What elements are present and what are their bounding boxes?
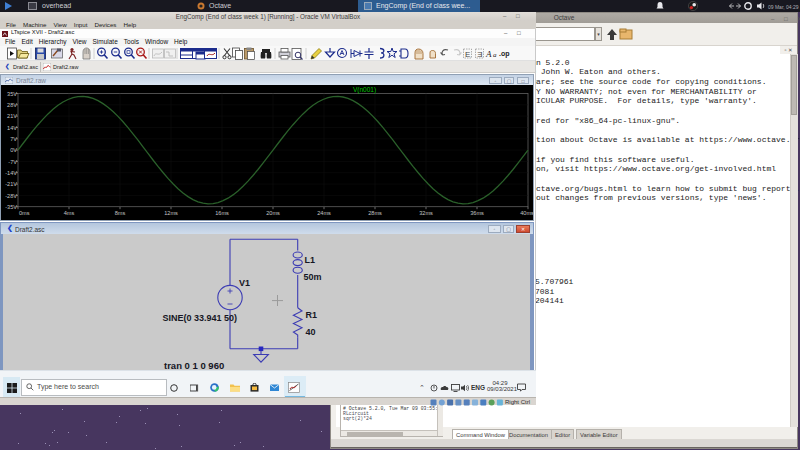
svg-text:V1: V1 [239, 278, 250, 288]
svg-text:24ms: 24ms [317, 210, 331, 216]
svg-text:4ms: 4ms [64, 210, 75, 216]
svg-text:-7V: -7V [8, 159, 17, 165]
svg-text:21V: 21V [7, 113, 17, 119]
svg-text:V(n001): V(n001) [353, 86, 376, 94]
svg-text:0V: 0V [10, 147, 17, 153]
svg-text:-28V: -28V [5, 193, 17, 199]
svg-text:L1: L1 [305, 255, 316, 265]
svg-text:SINE(0 33.941 50): SINE(0 33.941 50) [162, 313, 237, 323]
svg-text:28ms: 28ms [368, 210, 382, 216]
svg-text:40: 40 [305, 327, 315, 337]
svg-text:-14V: -14V [5, 170, 17, 176]
svg-text:0ms: 0ms [19, 210, 30, 216]
svg-text:R1: R1 [305, 310, 317, 320]
svg-text:.op: .op [499, 50, 510, 58]
svg-text:A: A [485, 49, 492, 59]
svg-text:28V: 28V [7, 102, 17, 108]
svg-text:E: E [477, 50, 482, 59]
svg-text:a: a [493, 51, 497, 59]
svg-text:-35V: -35V [5, 204, 17, 210]
svg-text:8ms: 8ms [115, 210, 126, 216]
svg-text:20ms: 20ms [266, 210, 280, 216]
svg-text:36ms: 36ms [470, 210, 484, 216]
svg-text:16ms: 16ms [215, 210, 229, 216]
svg-text:50m: 50m [304, 272, 322, 282]
svg-text:40ms: 40ms [520, 210, 533, 216]
svg-text:E: E [465, 50, 470, 59]
svg-text:12ms: 12ms [164, 210, 178, 216]
svg-text:7V: 7V [10, 136, 17, 142]
svg-text:32ms: 32ms [419, 210, 433, 216]
svg-text:-21V: -21V [5, 181, 17, 187]
svg-text:35V: 35V [7, 91, 17, 97]
svg-text:14V: 14V [7, 125, 17, 131]
svg-text:tran 0 1 0 960: tran 0 1 0 960 [164, 360, 224, 371]
